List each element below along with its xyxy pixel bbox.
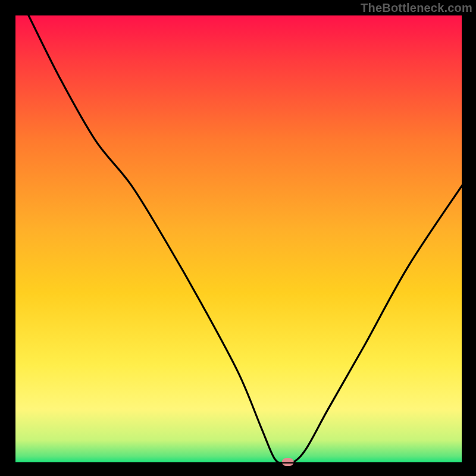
- chart-frame: TheBottleneck.com: [0, 0, 476, 476]
- attribution-text: TheBottleneck.com: [361, 1, 472, 15]
- bottleneck-chart: [0, 0, 476, 476]
- optimum-marker: [282, 458, 294, 466]
- plot-area: [15, 15, 462, 463]
